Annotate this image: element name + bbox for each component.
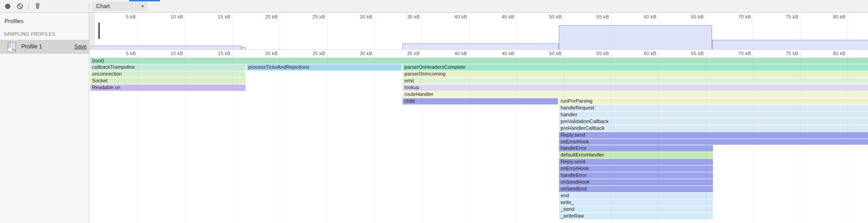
flame-gridline (422, 50, 422, 223)
overview-ruler-label: 35 kB (388, 14, 420, 19)
flame-ruler-label: 40 kB (436, 51, 467, 56)
flame-gridline (185, 50, 185, 223)
sampling-profiles-section-label: SAMPLING PROFILES (4, 31, 55, 37)
flame-bar[interactable]: defaultErrorHandler (559, 152, 713, 158)
flame-bar[interactable]: routeHandler (402, 91, 868, 98)
overview-ruler-label: 45 kB (483, 14, 514, 19)
sidebar-title: Profiles (5, 18, 24, 24)
flame-bar[interactable]: Socket (90, 78, 245, 84)
flame-ruler-label: 75 kB (766, 51, 798, 56)
flame-gridline (374, 50, 375, 223)
overview-gridline (374, 13, 375, 49)
flame-bar[interactable]: write_ (559, 199, 713, 206)
overview-ruler-label: 5 kB (104, 14, 136, 19)
flame-ruler-label: 15 kB (199, 51, 231, 56)
flame-ruler-label: 25 kB (293, 51, 325, 56)
overview-ruler-label: 55 kB (577, 14, 609, 19)
flame-bar[interactable]: emit (402, 78, 868, 84)
view-mode-select[interactable]: Chart ▾ (92, 2, 147, 11)
active-tab-indicator (129, 0, 160, 1)
overview-ruler-label: 75 kB (766, 14, 798, 19)
flame-gridline (800, 50, 800, 223)
flame-bar[interactable]: _writeRaw (559, 213, 713, 219)
heap-flame-chart: 5 kB10 kB15 kB20 kB25 kB30 kB35 kB40 kB4… (89, 13, 868, 223)
flame-ruler-label: 35 kB (388, 51, 420, 56)
overview-ruler-label: 15 kB (199, 14, 231, 19)
overview-gridline (185, 13, 185, 49)
flame-bar[interactable]: onErrorHook (559, 166, 713, 172)
overview-ruler-label: 60 kB (625, 14, 656, 19)
flame-bar[interactable]: end (559, 193, 713, 199)
flame-gridline (327, 50, 327, 223)
overview-memory-step (712, 40, 868, 49)
flame-bar[interactable]: Reply.send (559, 159, 713, 165)
flame-bar[interactable]: runPreParsing (559, 98, 868, 104)
overview-ruler-label: 70 kB (719, 14, 751, 19)
flame-bar[interactable]: handleError (559, 172, 713, 179)
flame-ruler-label: 30 kB (341, 51, 373, 56)
overview-gridline (233, 13, 233, 49)
flame-ruler-label: 50 kB (530, 51, 562, 56)
flame-ruler-label: 20 kB (246, 51, 278, 56)
flame-bar[interactable]: onSendHook (559, 179, 713, 185)
profile-name: Profile 1 (21, 40, 42, 54)
flame-ruler-label: 45 kB (483, 51, 514, 56)
flame-ruler-label: 55 kB (577, 51, 609, 56)
flame-ruler-label: 10 kB (151, 51, 183, 56)
flame-bar[interactable]: preHandlerCallback (559, 125, 868, 132)
flame-bar[interactable]: handler (559, 112, 868, 118)
toolbar-separator-2 (89, 3, 89, 10)
flame-bar[interactable]: _send (559, 206, 713, 213)
overview-ruler-label: 80 kB (814, 14, 846, 19)
overview-ruler-label: 25 kB (293, 14, 325, 19)
flame-bar[interactable]: handleRequest (559, 105, 868, 111)
overview-grip[interactable] (98, 23, 100, 39)
flame-gridline (753, 50, 753, 223)
flame-ruler-label: 5 kB (104, 51, 136, 56)
overview-memory-step (402, 43, 559, 49)
flame-gridline (280, 50, 280, 223)
flame-ruler-label: 65 kB (672, 51, 704, 56)
overview-ruler-label: 40 kB (436, 14, 467, 19)
flame-bar[interactable]: parserOnIncoming (402, 71, 868, 77)
toolbar: Chart ▾ (0, 0, 868, 13)
flame-bar[interactable]: child (402, 98, 558, 104)
flame-bar[interactable]: processTicksAndRejections (247, 64, 402, 71)
flame-bar[interactable]: lookup (402, 85, 868, 91)
flame-gridline (848, 50, 848, 223)
overview-ruler-label: 20 kB (246, 14, 278, 19)
overview-gridline (327, 13, 327, 49)
flame-gridline (658, 50, 659, 223)
overview-gridline (138, 13, 138, 49)
flame-gridline (611, 50, 611, 223)
clear-profiles-icon[interactable] (17, 3, 23, 9)
flame-bar[interactable]: handleError (559, 145, 713, 152)
svg-text:%: % (12, 47, 15, 52)
profile-document-icon: % (7, 42, 17, 52)
flame-gridline (706, 50, 706, 223)
overview-gridline (280, 13, 280, 49)
flame-bar[interactable]: preValidationCallback (559, 119, 868, 125)
flame-bar[interactable]: onErrorHook (559, 139, 868, 145)
overview-unselected-region (89, 13, 95, 45)
flame-bar[interactable]: onSendEnd (559, 186, 713, 192)
overview-ruler-label: 10 kB (151, 14, 183, 19)
sidebar: Profiles SAMPLING PROFILES % Profile 1 S… (0, 13, 89, 223)
flame-bar[interactable]: parserOnHeadersComplete (402, 64, 868, 71)
flame-bar[interactable]: Reply.send (559, 132, 868, 138)
flame-gridline (233, 50, 233, 223)
flame-bar[interactable]: onconnection (90, 71, 245, 77)
devtools-sampling-profiler: Chart ▾ Profiles SAMPLING PROFILES % Pro… (0, 0, 868, 223)
sidebar-item-profile-1[interactable]: % Profile 1 Save (0, 40, 89, 54)
flame-gridline (516, 50, 517, 223)
flame-bar[interactable]: (root) (90, 58, 868, 64)
flame-bar[interactable]: Readable.on (90, 85, 245, 91)
flame-bar[interactable]: callbackTrampoline (90, 64, 245, 71)
view-mode-value: Chart (96, 3, 110, 9)
record-button[interactable] (5, 3, 11, 9)
trash-icon[interactable] (34, 3, 41, 9)
overview-ruler-label: 65 kB (672, 14, 704, 19)
overview-bottom-border (89, 49, 868, 50)
overview-ruler-label: 50 kB (530, 14, 562, 19)
save-profile-link[interactable]: Save (74, 40, 87, 54)
